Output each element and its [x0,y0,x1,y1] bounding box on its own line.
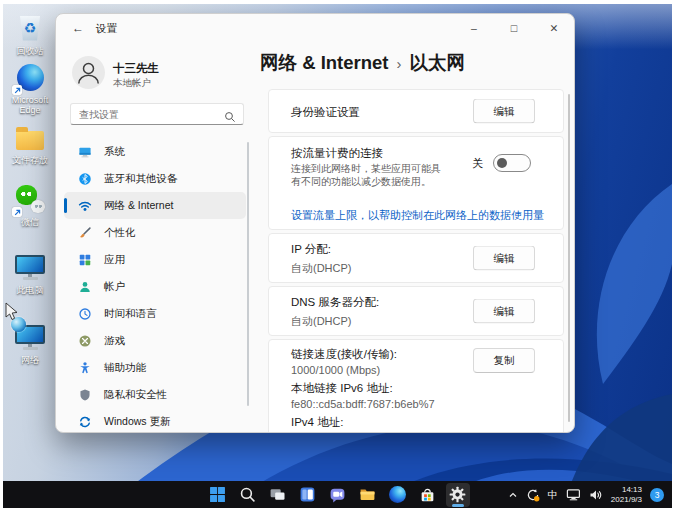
sidebar-item-label: 隐私和安全性 [104,388,167,402]
settings-sidebar: 十三先生 本地帐户 系统 蓝牙和其他设备 [56,42,256,432]
volume-icon[interactable] [589,488,603,502]
sidebar-item-label: 游戏 [104,334,125,348]
tray-chevron-icon[interactable] [508,490,518,500]
taskbar-search-button[interactable] [236,483,260,507]
desktop-icon-label: 文件存放 [12,155,48,165]
ip-edit-button[interactable]: 编辑 [473,246,535,271]
chat-icon [329,486,346,503]
shield-icon [77,387,92,402]
accounts-icon [77,279,92,294]
taskbar-clock[interactable]: 14:13 2021/9/3 [611,485,642,504]
sidebar-item-privacy-security[interactable]: 隐私和安全性 [64,381,246,408]
wifi-icon [77,198,92,213]
content-scrollbar[interactable] [568,94,570,422]
selected-indicator [64,198,67,213]
sidebar-item-time-language[interactable]: 时间和语言 [64,300,246,327]
link-speed-value: 1000/1000 (Mbps) [291,364,380,376]
settings-button[interactable] [446,483,470,507]
sidebar-item-label: 网络 & Internet [104,199,173,213]
task-view-icon [269,486,286,503]
sidebar-item-label: 辅助功能 [104,361,146,375]
desktop-icon-folder[interactable]: 文件存放 [5,121,55,165]
settings-nav: 系统 蓝牙和其他设备 网络 & Internet 个性化 应用 [64,138,246,433]
search-icon [224,109,236,127]
file-explorer-icon [359,486,376,503]
taskbar: 中 14:13 2021/9/3 3 [3,481,672,508]
sidebar-item-bluetooth[interactable]: 蓝牙和其他设备 [64,165,246,192]
sidebar-item-label: 时间和语言 [104,307,157,321]
window-title: 设置 [96,22,117,36]
edge-icon [389,486,406,503]
sidebar-item-gaming[interactable]: 游戏 [64,327,246,354]
sidebar-item-accounts[interactable]: 帐户 [64,273,246,300]
open-app-indicator [452,504,464,507]
card-link-properties: 链接速度(接收/传输): 1000/1000 (Mbps) 本地链接 IPv6 … [268,339,564,433]
card-ip-assignment: IP 分配: 自动(DHCP) 编辑 [268,233,564,283]
desktop-icon-label: 回收站 [17,46,44,56]
search-input[interactable] [71,105,221,125]
sidebar-item-windows-update[interactable]: Windows 更新 [64,408,246,433]
personalization-icon [77,225,92,240]
update-tray-icon[interactable] [526,488,540,502]
sidebar-item-label: 应用 [104,253,125,267]
search-icon [239,486,256,503]
settings-cards: 身份验证设置 编辑 按流量计费的连接 连接到此网络时，某些应用可能具有不同的功能… [268,89,564,433]
chat-button[interactable] [326,483,350,507]
desktop-icon-edge[interactable]: Microsoft Edge [5,61,55,115]
sidebar-item-system[interactable]: 系统 [64,138,246,165]
ip-value: 自动(DHCP) [291,261,352,276]
data-limit-link[interactable]: 设置流量上限，以帮助控制在此网络上的数据使用量 [291,208,544,223]
desktop-icon-this-pc[interactable]: 此电脑 [5,251,55,295]
edge-button[interactable] [386,483,410,507]
dns-edit-button[interactable]: 编辑 [473,299,535,324]
folder-icon [14,121,46,153]
file-explorer-button[interactable] [356,483,380,507]
mouse-cursor [5,302,19,322]
ime-indicator[interactable]: 中 [548,488,558,502]
sidebar-item-personalization[interactable]: 个性化 [64,219,246,246]
close-button[interactable]: ✕ [534,14,574,42]
shortcut-arrow-icon [12,207,22,217]
card-metered-connection: 按流量计费的连接 连接到此网络时，某些应用可能具有不同的功能以减少数据使用。 关… [268,136,564,230]
shortcut-arrow-icon [12,85,22,95]
ip-label: IP 分配: [291,242,331,257]
widgets-icon [299,486,316,503]
notification-badge[interactable]: 3 [650,488,664,502]
sidebar-item-accessibility[interactable]: 辅助功能 [64,354,246,381]
copy-button[interactable]: 复制 [473,348,535,373]
start-button[interactable] [206,483,230,507]
back-button[interactable]: ← [72,21,84,35]
maximize-button[interactable]: □ [494,14,534,42]
desktop-icon-wechat[interactable]: 微信 [5,183,55,227]
widgets-button[interactable] [296,483,320,507]
desktop: ♻ 回收站 Microsoft Edge 文件存放 微信 此电脑 网络 ← 设置 [3,4,672,508]
desktop-icon-network[interactable]: 网络 [5,321,55,365]
sidebar-item-network-internet[interactable]: 网络 & Internet [64,192,246,219]
sidebar-item-apps[interactable]: 应用 [64,246,246,273]
settings-window: ← 设置 – □ ✕ 十三先生 本地帐户 [55,13,575,433]
microsoft-store-button[interactable] [416,483,440,507]
accessibility-icon [77,360,92,375]
sidebar-scrollbar[interactable] [247,142,249,406]
sidebar-item-label: 帐户 [104,280,125,294]
time-language-icon [77,306,92,321]
user-name: 十三先生 [113,61,159,76]
desktop-icon-recycle-bin[interactable]: ♻ 回收站 [5,12,55,56]
task-view-button[interactable] [266,483,290,507]
sidebar-item-label: 蓝牙和其他设备 [104,172,178,186]
sidebar-item-label: 个性化 [104,226,136,240]
network-tray-icon[interactable] [566,487,581,502]
user-account-type: 本地帐户 [113,77,151,90]
avatar[interactable] [72,56,105,89]
toggle-knob-icon [497,158,507,168]
metered-toggle[interactable] [493,154,531,172]
ipv4-value: 192.168.121.133 [291,432,374,433]
breadcrumb-parent[interactable]: 网络 & Internet [260,50,388,75]
gear-icon [449,486,466,503]
auth-edit-button[interactable]: 编辑 [473,99,535,124]
desktop-icon-label: 微信 [21,217,39,227]
minimize-button[interactable]: – [454,14,494,42]
dns-value: 自动(DHCP) [291,314,352,329]
card-dns-assignment: DNS 服务器分配: 自动(DHCP) 编辑 [268,286,564,336]
desktop-icon-label: Microsoft Edge [5,95,55,115]
